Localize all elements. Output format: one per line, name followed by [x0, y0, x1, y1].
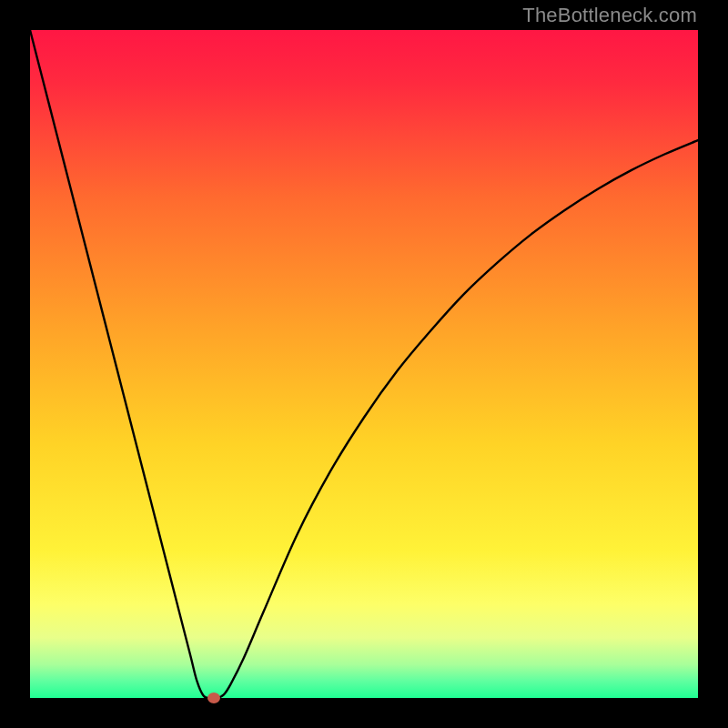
plot-area [30, 30, 698, 698]
optimal-point-marker [207, 693, 220, 703]
watermark-text: TheBottleneck.com [522, 4, 697, 27]
chart-frame: TheBottleneck.com [0, 0, 728, 728]
curve-layer [30, 30, 698, 698]
bottleneck-curve [30, 30, 698, 698]
